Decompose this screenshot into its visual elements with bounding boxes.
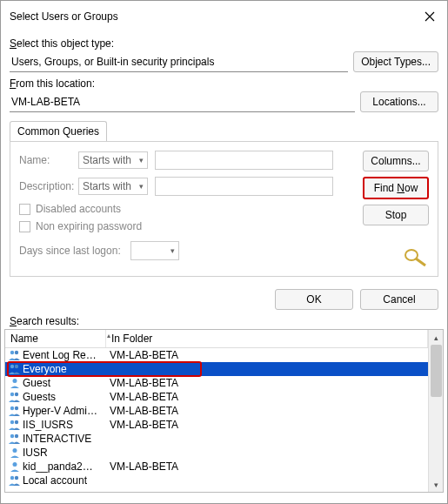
search-icon [401, 248, 429, 267]
object-types-button[interactable]: Object Types... [353, 51, 438, 72]
group-icon [7, 433, 23, 445]
group-icon [7, 391, 23, 403]
svg-point-10 [10, 420, 14, 424]
row-folder: VM-LAB-BETA [106, 377, 426, 389]
group-icon [7, 474, 23, 487]
results-header: Name▴ In Folder [5, 330, 428, 348]
column-in-folder[interactable]: In Folder [106, 330, 428, 347]
row-folder: VM-LAB-BETA [106, 405, 426, 417]
checkbox-icon [19, 204, 30, 215]
group-icon [7, 405, 23, 417]
columns-button[interactable]: Columns... [363, 151, 429, 171]
table-row[interactable]: Event Log Re…VM-LAB-BETA [5, 348, 428, 362]
svg-point-4 [15, 365, 18, 368]
location-field[interactable] [10, 92, 355, 112]
user-icon [7, 377, 23, 389]
desc-filter-input[interactable] [155, 177, 333, 196]
object-type-label: Select this object type: [10, 37, 438, 50]
scrollbar[interactable]: ▴ ▾ [428, 330, 443, 492]
table-row[interactable]: GuestVM-LAB-BETA [5, 376, 428, 390]
table-row[interactable]: kid__panda2…VM-LAB-BETA [5, 460, 428, 474]
column-name[interactable]: Name▴ [5, 330, 106, 347]
search-results-label: Search results: [1, 315, 447, 329]
disabled-accounts-checkbox[interactable]: Disabled accounts [19, 203, 333, 215]
close-button[interactable] [421, 8, 438, 25]
desc-filter-label: Description: [19, 180, 71, 192]
find-now-button[interactable]: Find Now [363, 177, 429, 199]
svg-point-1 [10, 351, 14, 354]
row-folder: VM-LAB-BETA [106, 349, 426, 361]
row-name: INTERACTIVE [23, 433, 106, 445]
titlebar: Select Users or Groups [1, 1, 447, 29]
table-row[interactable]: GuestsVM-LAB-BETA [5, 390, 428, 404]
row-name: Guests [23, 391, 106, 403]
results-list: Name▴ In Folder Event Log Re…VM-LAB-BETA… [4, 329, 444, 493]
row-name: IIS_IUSRS [23, 419, 106, 431]
table-row[interactable]: Local account [5, 474, 428, 487]
user-icon [7, 447, 23, 459]
row-name: Event Log Re… [23, 349, 106, 361]
common-queries-pane: Name: Starts with▾ Description: Starts w… [10, 141, 438, 277]
scroll-down-icon[interactable]: ▾ [429, 477, 444, 492]
svg-point-14 [13, 448, 17, 453]
close-icon [425, 11, 435, 22]
svg-point-12 [10, 434, 14, 438]
svg-point-3 [10, 365, 14, 368]
user-icon [7, 460, 23, 473]
row-name: IUSR [23, 447, 106, 459]
location-label: From this location: [10, 77, 438, 90]
svg-point-11 [15, 420, 18, 424]
group-icon [7, 349, 23, 361]
svg-point-15 [13, 462, 17, 467]
row-folder: VM-LAB-BETA [106, 391, 426, 403]
svg-point-8 [10, 407, 14, 410]
group-icon [7, 419, 23, 431]
group-icon [7, 363, 23, 375]
stop-button[interactable]: Stop [363, 205, 429, 225]
svg-point-9 [15, 407, 18, 410]
checkbox-icon [19, 221, 30, 232]
object-type-field[interactable] [10, 52, 348, 72]
ok-button[interactable]: OK [275, 289, 353, 310]
row-name: Everyone [23, 363, 106, 375]
table-row[interactable]: IIS_IUSRSVM-LAB-BETA [5, 418, 428, 432]
days-since-logon-label: Days since last logon: [19, 245, 124, 257]
cancel-button[interactable]: Cancel [360, 289, 438, 310]
row-name: kid__panda2… [23, 460, 106, 473]
svg-point-6 [10, 393, 14, 396]
locations-button[interactable]: Locations... [360, 91, 438, 112]
row-name: Hyper-V Admi… [23, 405, 106, 417]
name-filter-input[interactable] [155, 151, 333, 170]
chevron-down-icon: ▾ [139, 182, 144, 191]
table-row[interactable]: Hyper-V Admi…VM-LAB-BETA [5, 404, 428, 418]
table-row[interactable]: Everyone [5, 362, 428, 376]
svg-point-7 [15, 393, 18, 396]
row-name: Local account [23, 474, 106, 487]
chevron-down-icon: ▾ [171, 246, 175, 255]
scroll-up-icon[interactable]: ▴ [429, 330, 444, 345]
tab-common-queries[interactable]: Common Queries [10, 121, 107, 141]
svg-point-2 [15, 351, 18, 354]
svg-point-13 [15, 434, 18, 438]
days-since-logon-select[interactable]: ▾ [130, 241, 179, 260]
non-expiring-checkbox[interactable]: Non expiring password [19, 220, 333, 232]
chevron-down-icon: ▾ [139, 156, 144, 165]
svg-point-17 [15, 476, 18, 480]
row-folder: VM-LAB-BETA [106, 460, 426, 473]
name-match-select[interactable]: Starts with▾ [78, 151, 148, 169]
svg-point-5 [13, 379, 17, 383]
scroll-thumb[interactable] [431, 345, 442, 397]
row-name: Guest [23, 377, 106, 389]
window-title: Select Users or Groups [10, 10, 118, 23]
table-row[interactable]: INTERACTIVE [5, 432, 428, 446]
table-row[interactable]: IUSR [5, 446, 428, 460]
row-folder: VM-LAB-BETA [106, 419, 426, 431]
name-filter-label: Name: [19, 154, 71, 166]
desc-match-select[interactable]: Starts with▾ [78, 178, 148, 195]
svg-point-16 [10, 476, 14, 480]
